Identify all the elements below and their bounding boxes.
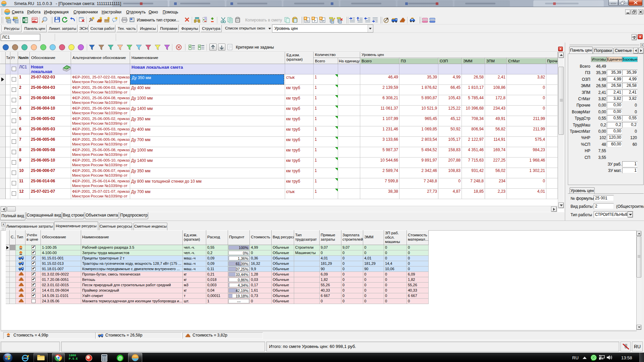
svg-text:@: @ — [118, 355, 122, 361]
svg-text:PDF: PDF — [33, 18, 38, 20]
